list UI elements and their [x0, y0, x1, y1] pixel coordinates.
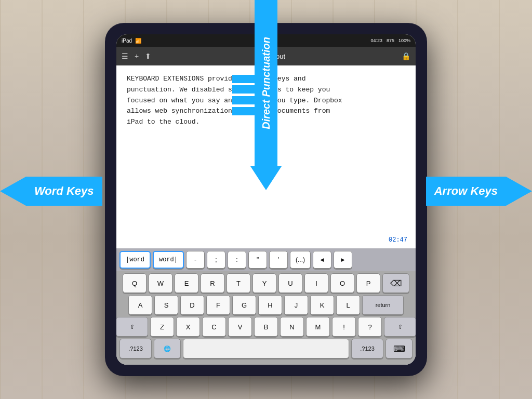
keyboard-row-3: ⇧ Z X C V B N M ! ? ⇧: [119, 317, 413, 337]
menu-icon[interactable]: ☰: [122, 52, 128, 60]
key-b[interactable]: B: [254, 317, 278, 337]
keyboard-toolbar: |word word| - ; : " ' (...) ◄ ►: [116, 248, 416, 271]
key-j[interactable]: J: [284, 295, 308, 315]
key-w[interactable]: W: [149, 273, 172, 293]
key-numbers-right[interactable]: .?123: [351, 339, 383, 358]
key-i[interactable]: I: [304, 273, 328, 293]
time-display: 04:23: [370, 38, 382, 43]
kb-toolbar-key-dquote[interactable]: ": [248, 251, 267, 269]
add-icon[interactable]: +: [135, 52, 139, 60]
battery-display: 100%: [398, 38, 410, 43]
key-z[interactable]: Z: [150, 317, 174, 337]
main-keyboard: Q W E R T Y U I O P ⌫ A S D F: [116, 271, 416, 365]
arrow-head: [250, 166, 282, 190]
signal-display: 875: [387, 38, 394, 43]
key-y[interactable]: Y: [252, 273, 276, 293]
share-icon[interactable]: ⬆: [145, 52, 151, 60]
key-r[interactable]: R: [201, 273, 224, 293]
key-d[interactable]: D: [180, 295, 204, 315]
kb-toolbar-key-2[interactable]: word|: [153, 251, 184, 269]
kb-toolbar-key-dash[interactable]: -: [186, 251, 205, 269]
document-time: 02:47: [389, 235, 407, 245]
keyboard-row-4: .?123 🌐 .?123 ⌨: [119, 339, 413, 358]
key-u[interactable]: U: [278, 273, 302, 293]
key-a[interactable]: A: [128, 295, 152, 315]
key-p[interactable]: P: [356, 273, 380, 293]
key-space[interactable]: [183, 339, 349, 358]
word-keys-arrow-left: [0, 177, 26, 206]
word-keys-label: Word Keys: [26, 177, 102, 206]
kb-toolbar-key-colon[interactable]: :: [228, 251, 246, 269]
status-left: iPad 📶: [122, 38, 141, 44]
keyboard-row-2: A S D F G H J K L return: [119, 295, 413, 315]
kb-toolbar-key-left[interactable]: ◄: [313, 251, 331, 269]
kb-toolbar-key-right[interactable]: ►: [334, 251, 352, 269]
key-globe[interactable]: 🌐: [154, 339, 181, 358]
key-g[interactable]: G: [232, 295, 256, 315]
key-s[interactable]: S: [154, 295, 178, 315]
key-hide-keyboard[interactable]: ⌨: [385, 339, 413, 358]
word-keys-annotation: Word Keys: [0, 177, 102, 206]
key-f[interactable]: F: [206, 295, 230, 315]
device-name: iPad: [122, 38, 132, 44]
kb-toolbar-key-parens[interactable]: (...): [290, 251, 311, 269]
key-m[interactable]: M: [306, 317, 330, 337]
key-x[interactable]: X: [176, 317, 200, 337]
key-k[interactable]: K: [310, 295, 334, 315]
arrow-shaft: Direct Punctuation: [255, 0, 277, 166]
arrow-keys-label: Arrow Keys: [426, 177, 506, 206]
arrow-keys-arrow-right: [506, 177, 532, 206]
key-numbers[interactable]: .?123: [119, 339, 152, 358]
key-question[interactable]: ?: [358, 317, 382, 337]
arrow-keys-annotation: Arrow Keys: [426, 177, 532, 206]
key-q[interactable]: Q: [123, 273, 147, 293]
kb-toolbar-key-squote[interactable]: ': [269, 251, 288, 269]
kb-toolbar-key-1[interactable]: |word: [119, 251, 151, 269]
key-l[interactable]: L: [336, 295, 360, 315]
direct-punctuation-label: Direct Punctuation: [260, 37, 272, 129]
key-v[interactable]: V: [228, 317, 252, 337]
keyboard-row-1: Q W E R T Y U I O P ⌫: [119, 273, 413, 293]
key-shift-left[interactable]: ⇧: [116, 317, 148, 337]
key-backspace[interactable]: ⌫: [382, 273, 409, 293]
key-e[interactable]: E: [175, 273, 198, 293]
key-return[interactable]: return: [362, 295, 404, 315]
key-c[interactable]: C: [202, 317, 226, 337]
key-exclaim[interactable]: !: [332, 317, 356, 337]
status-right: 04:23 875 100%: [370, 38, 410, 43]
key-n[interactable]: N: [280, 317, 304, 337]
key-h[interactable]: H: [258, 295, 282, 315]
key-shift-right[interactable]: ⇧: [384, 317, 416, 337]
key-o[interactable]: O: [330, 273, 354, 293]
kb-toolbar-key-semicolon[interactable]: ;: [207, 251, 225, 269]
lock-icon[interactable]: 🔒: [402, 52, 410, 60]
key-t[interactable]: T: [227, 273, 250, 293]
wifi-icon: 📶: [135, 38, 141, 44]
direct-punctuation-arrow: Direct Punctuation: [250, 0, 282, 190]
